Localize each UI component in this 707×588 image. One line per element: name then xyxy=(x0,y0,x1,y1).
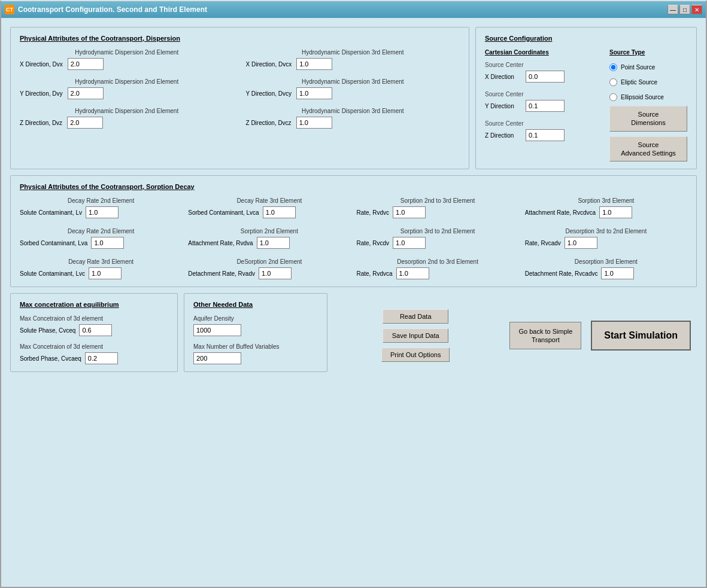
disp-y-3rd-title: Hydrodynamic Dispersion 3rd Element xyxy=(246,78,460,85)
title-bar-left: CT Cootransport Configuration. Second an… xyxy=(5,5,207,14)
y-dir-input[interactable] xyxy=(526,100,565,112)
disp-row-z: Hydrodynamic Dispersion 2nd Element Z Di… xyxy=(20,108,460,129)
lva-label: Sorbed Contaminant, Lva xyxy=(20,240,87,246)
window-title: Cootransport Configuration. Second and T… xyxy=(18,5,207,14)
dvcz-label: Z Direction, Dvcz xyxy=(246,120,292,126)
max-conc-panel: Max concetration at equilibrium Max Conc… xyxy=(10,293,178,372)
z-dir-input[interactable] xyxy=(526,129,565,141)
lv-label: Solute Contaminant, Lv xyxy=(20,209,82,216)
source-config-panel: Source Configuration Cartesian Coordinat… xyxy=(475,27,697,169)
aquifer-density-label: Aquifer Density xyxy=(193,315,318,322)
minimize-button[interactable]: — xyxy=(667,5,678,14)
source-advanced-button[interactable]: SourceAdvanced Settings xyxy=(609,136,687,162)
rvdva-label: Attachment Rate, Rvdva xyxy=(188,240,253,246)
rvdva-input[interactable] xyxy=(257,237,290,249)
disp-row-y: Hydrodynamic Dispersion 2nd Element Y Di… xyxy=(20,78,460,99)
lvca-input[interactable] xyxy=(263,206,296,218)
buffer-vars-input[interactable] xyxy=(193,352,241,364)
dvcx-input[interactable] xyxy=(296,58,332,70)
rvadv-label: Detachment Rate, Rvadv xyxy=(188,270,255,277)
dispersion-panel: Physical Attributes of the Cootransport,… xyxy=(10,27,469,169)
ellipsoid-source-label: Ellipsoid Source xyxy=(621,94,664,100)
sorption-r3c2-title: DeSorption 2nd Element xyxy=(188,258,350,265)
eliptic-source-radio[interactable] xyxy=(609,78,617,86)
disp-y-2nd-title: Hydrodynamic Dispersion 2nd Element xyxy=(20,78,234,85)
rvcadv-label: Rate, Rvcadv xyxy=(525,240,561,246)
rvcdvca-input[interactable] xyxy=(599,206,632,218)
z-dir-label: Z Direction xyxy=(485,132,521,139)
source-config-title: Source Configuration xyxy=(485,35,687,42)
title-bar-buttons: — □ ✕ xyxy=(667,5,702,14)
aquifer-density-input[interactable] xyxy=(193,324,241,336)
rvdvc-input[interactable] xyxy=(393,206,426,218)
buffer-vars-label: Max Number of Buffed Variables xyxy=(193,343,318,350)
ellipsoid-source-option[interactable]: Ellipsoid Source xyxy=(609,93,687,101)
rvadv-input[interactable] xyxy=(259,267,292,279)
dvz-label: Z Direction, Dvz xyxy=(20,120,62,126)
lvca-label: Sorbed Contaminant, Lvca xyxy=(188,209,259,216)
cvcaeq-label: Sorbed Phase, Cvcaeq xyxy=(20,355,81,362)
eliptic-source-option[interactable]: Eliptic Source xyxy=(609,78,687,86)
cartesian-label: Cartesian Coordinates xyxy=(485,49,549,56)
rvcadvc-input[interactable] xyxy=(601,267,634,279)
max-conc-title: Max concetration at equilibrium xyxy=(20,301,168,308)
disp-x-3rd-title: Hydrodynamic Dispersion 3rd Element xyxy=(246,49,460,56)
rvdvca-input[interactable] xyxy=(396,267,429,279)
max-conc-row2-title: Max Concetraion of 3d element xyxy=(20,343,168,350)
dvy-label: Y Direction, Dvy xyxy=(20,90,63,97)
eliptic-source-label: Eliptic Source xyxy=(621,79,657,86)
z-center-label: Source Center xyxy=(485,120,603,127)
rvcdv-input[interactable] xyxy=(393,237,426,249)
maximize-button[interactable]: □ xyxy=(679,5,690,14)
top-section: Physical Attributes of the Cootransport,… xyxy=(10,27,697,175)
go-back-button[interactable]: Go back to SimpleTransport xyxy=(509,322,581,350)
y-center-label: Source Center xyxy=(485,91,603,98)
disp-z-2nd-title: Hydrodynamic Dispersion 2nd Element xyxy=(20,108,234,114)
x-center-label: Source Center xyxy=(485,62,603,68)
sorption-r2c3-title: Sorption 3rd to 2nd Element xyxy=(357,228,519,234)
print-out-button[interactable]: Print Out Options xyxy=(381,348,450,362)
cvceq-input[interactable] xyxy=(79,324,112,336)
rvcdvca-label: Attachment Rate, Rvcdvca xyxy=(525,209,596,216)
x-dir-input[interactable] xyxy=(526,71,565,83)
sorption-r1c4-title: Sorption 3rd Element xyxy=(525,197,687,204)
dvy-input[interactable] xyxy=(68,87,104,99)
save-input-button[interactable]: Save Input Data xyxy=(383,328,448,343)
source-type-label: Source Type xyxy=(609,49,687,56)
lvc-input[interactable] xyxy=(89,267,122,279)
rvcdv-label: Rate, Rvcdv xyxy=(357,240,389,246)
dvx-input[interactable] xyxy=(68,58,104,70)
ellipsoid-source-radio[interactable] xyxy=(609,93,617,101)
lvc-label: Solute Contaminant, Lvc xyxy=(20,270,85,277)
main-window: CT Cootransport Configuration. Second an… xyxy=(0,0,707,588)
lv-input[interactable] xyxy=(86,206,119,218)
point-source-option[interactable]: Point Source xyxy=(609,63,687,71)
sorption-r3c3-title: Desorption 2nd to 3rd Element xyxy=(357,258,519,265)
point-source-label: Point Source xyxy=(621,64,655,71)
sorption-r3c1-title: Decay Rate 3rd Element xyxy=(20,258,182,265)
rvcadv-input[interactable] xyxy=(565,237,597,249)
sorption-r2c2-title: Sorption 2nd Element xyxy=(188,228,350,234)
rvcadvc-label: Detachment Rate, Rvcadvc xyxy=(525,270,598,277)
dispersion-title: Physical Attributes of the Cootransport,… xyxy=(20,35,460,42)
dvcz-input[interactable] xyxy=(296,117,332,129)
disp-x-2nd-title: Hydrodynamic Dispersion 2nd Element xyxy=(20,49,234,56)
sorption-r1c3-title: Sorption 2nd to 3rd Element xyxy=(357,197,519,204)
rvdvca-label: Rate, Rvdvca xyxy=(357,270,393,277)
point-source-radio[interactable] xyxy=(609,63,617,71)
max-conc-row1-title: Max Concetraion of 3d element xyxy=(20,315,168,322)
y-dir-label: Y Direction xyxy=(485,103,521,109)
action-buttons-panel: Read Data Save Input Data Print Out Opti… xyxy=(333,293,497,378)
read-data-button[interactable]: Read Data xyxy=(383,309,448,324)
cvceq-label: Solute Phase, Cvceq xyxy=(20,327,75,334)
source-dimensions-button[interactable]: SourceDimensions xyxy=(609,106,687,132)
dvcy-input[interactable] xyxy=(296,87,332,99)
lva-input[interactable] xyxy=(91,237,124,249)
dvcx-label: X Direction, Dvcx xyxy=(246,61,292,68)
dvz-input[interactable] xyxy=(67,117,103,129)
cvcaeq-input[interactable] xyxy=(85,352,118,364)
sorption-title: Physical Attributes of the Cootransport,… xyxy=(20,183,687,190)
main-content: Physical Attributes of the Cootransport,… xyxy=(1,18,706,387)
start-simulation-button[interactable]: Start Simulation xyxy=(591,321,691,351)
close-button[interactable]: ✕ xyxy=(691,5,702,14)
